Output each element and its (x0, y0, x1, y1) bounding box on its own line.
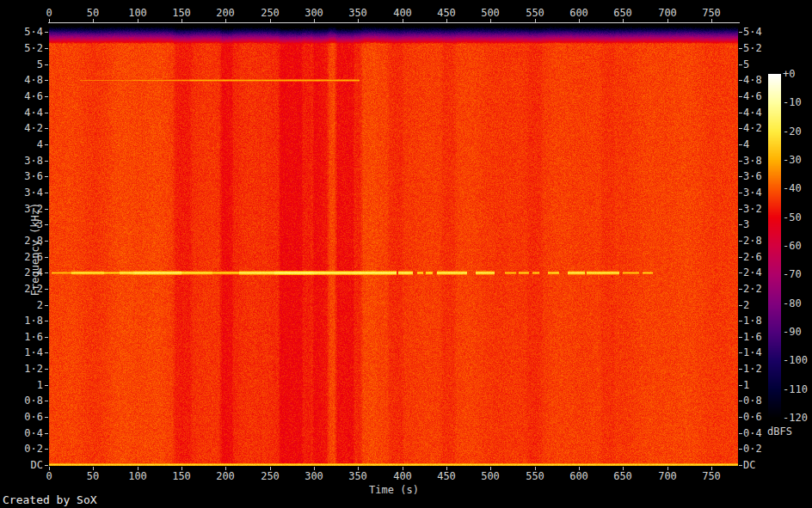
x-tick-mark-top (579, 19, 580, 22)
x-tick-label-bottom: 100 (128, 471, 147, 482)
y-tick-mark-right (739, 64, 742, 65)
x-tick-mark-top (270, 19, 271, 22)
colorbar-tick-label: -50 (783, 212, 802, 223)
y-tick-mark-left (45, 465, 48, 466)
y-tick-label-left: 3·8 (2, 156, 43, 167)
y-tick-mark-left (45, 144, 48, 145)
y-tick-mark-right (739, 161, 742, 162)
x-tick-label-bottom: 600 (569, 471, 588, 482)
x-tick-label-top: 750 (702, 8, 721, 19)
x-tick-mark-top (667, 19, 668, 22)
y-tick-label-left: 1·6 (2, 332, 43, 343)
colorbar-tick-label: -10 (783, 97, 802, 108)
x-tick-label-top: 550 (526, 8, 544, 19)
y-tick-label-right: 3 (743, 219, 749, 230)
y-tick-label-left: 2 (2, 300, 43, 311)
y-tick-mark-right (739, 433, 742, 434)
y-tick-mark-right (739, 321, 742, 321)
x-tick-label-bottom: 250 (261, 471, 280, 482)
y-tick-label-right: 0·4 (743, 428, 762, 439)
y-tick-mark-left (45, 48, 48, 49)
y-tick-mark-right (739, 144, 742, 145)
x-tick-mark-top (181, 19, 182, 22)
y-tick-mark-left (45, 161, 48, 162)
y-tick-label-right: 4 (743, 139, 749, 150)
x-tick-label-top: 650 (613, 8, 632, 19)
x-tick-label-bottom: 150 (172, 471, 191, 482)
colorbar-tick-label: -70 (783, 269, 802, 280)
y-tick-mark-left (45, 369, 48, 370)
x-tick-mark-top (225, 19, 226, 22)
x-tick-label-bottom: 550 (526, 471, 544, 482)
x-tick-mark-top (358, 19, 359, 22)
y-tick-label-left: 1·8 (2, 315, 43, 327)
y-tick-label-left: 4·4 (2, 107, 43, 119)
colorbar-tick-label: -60 (783, 241, 802, 252)
y-tick-mark-left (45, 289, 48, 290)
y-tick-label-right: 3·6 (743, 171, 762, 182)
x-tick-label-bottom: 300 (304, 471, 323, 482)
y-tick-label-left: 3·4 (2, 187, 43, 199)
y-tick-mark-right (739, 128, 742, 129)
y-tick-mark-right (739, 80, 742, 81)
y-tick-mark-right (739, 272, 742, 273)
x-tick-label-top: 200 (216, 8, 235, 19)
colorbar-tick-label: +0 (783, 69, 795, 80)
y-axis-title: Frequency (kHz) (30, 203, 41, 296)
colorbar-gradient (768, 74, 781, 419)
y-tick-mark-left (45, 209, 48, 210)
y-tick-label-left: 4·2 (2, 123, 43, 134)
y-tick-label-left: 5 (2, 59, 43, 70)
x-tick-label-top: 450 (437, 8, 456, 19)
x-tick-label-bottom: 650 (613, 471, 632, 482)
y-tick-mark-right (739, 193, 742, 193)
colorbar-tick-label: -90 (783, 327, 802, 338)
y-tick-mark-left (45, 241, 48, 242)
y-tick-mark-left (45, 32, 48, 33)
spectrogram-heatmap (49, 23, 738, 466)
y-tick-label-right: 5·2 (743, 43, 762, 54)
y-tick-mark-right (739, 48, 742, 49)
x-tick-label-top: 700 (658, 8, 677, 19)
y-tick-label-right: DC (743, 460, 755, 471)
colorbar-tick-label: -40 (783, 183, 802, 194)
y-tick-label-right: 2 (743, 300, 749, 311)
y-tick-mark-left (45, 417, 48, 418)
y-tick-mark-right (739, 289, 742, 290)
y-tick-label-left: 5·2 (2, 43, 43, 54)
y-tick-mark-right (739, 385, 742, 386)
x-tick-mark-top (93, 19, 94, 22)
y-tick-mark-left (45, 257, 48, 258)
y-tick-mark-left (45, 401, 48, 401)
x-tick-label-top: 500 (481, 8, 500, 19)
y-tick-mark-left (45, 449, 48, 450)
y-tick-mark-left (45, 321, 48, 321)
x-tick-mark-top (623, 19, 624, 22)
y-tick-label-right: 5 (743, 59, 749, 70)
y-tick-label-left: 5·4 (2, 27, 43, 38)
x-tick-mark-top (138, 19, 138, 22)
y-tick-mark-right (739, 401, 742, 401)
y-tick-mark-right (739, 449, 742, 450)
x-tick-label-bottom: 500 (481, 471, 500, 482)
y-tick-label-right: 4·8 (743, 75, 762, 86)
y-tick-mark-right (739, 209, 742, 210)
top-axis-line (48, 22, 740, 23)
x-tick-label-top: 350 (348, 8, 367, 19)
y-tick-label-right: 2·4 (743, 267, 762, 278)
y-tick-label-left: 3·6 (2, 171, 43, 182)
sox-spectrogram-figure: 0050501001001501502002002502503003003503… (0, 0, 812, 508)
y-tick-mark-right (739, 352, 742, 353)
x-tick-mark-top (314, 19, 315, 22)
x-tick-label-top: 0 (46, 8, 52, 19)
y-tick-mark-right (739, 305, 742, 306)
y-tick-mark-right (739, 337, 742, 338)
y-tick-mark-left (45, 193, 48, 193)
y-tick-mark-left (45, 113, 48, 113)
y-tick-mark-left (45, 337, 48, 338)
y-tick-mark-left (45, 96, 48, 97)
y-tick-label-right: 0·2 (743, 444, 762, 455)
y-tick-label-left: 0·6 (2, 412, 43, 423)
y-tick-label-right: 4·2 (743, 123, 762, 134)
y-tick-label-left: 0·4 (2, 428, 43, 439)
